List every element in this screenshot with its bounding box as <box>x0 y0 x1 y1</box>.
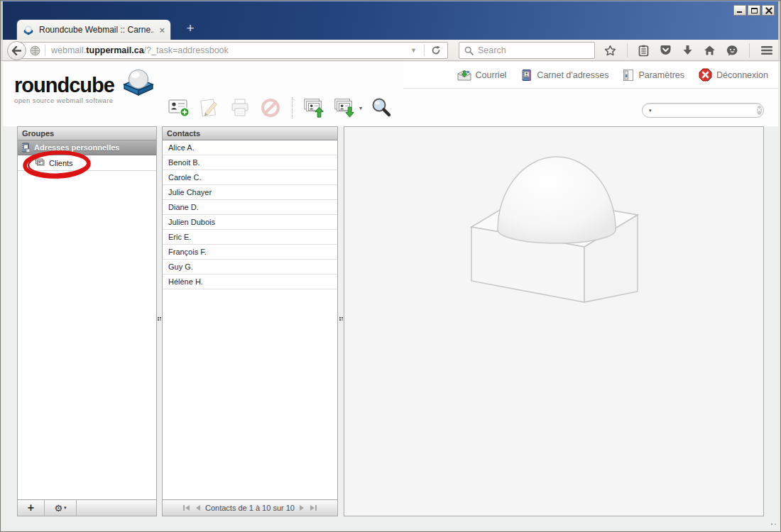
taskbar-mail-label: Courriel <box>476 70 507 80</box>
gear-icon: ⚙ <box>54 503 62 514</box>
url-separator <box>45 45 45 56</box>
browser-window: Roundcube Webmail :: Carne... × + webmai… <box>0 0 781 532</box>
export-contacts-button[interactable] <box>333 96 356 120</box>
url-bar[interactable]: webmail.tuppermail.ca/?_task=addressbook… <box>18 42 448 59</box>
contact-row[interactable]: Julie Chayer <box>163 185 337 200</box>
taskbar-settings[interactable]: Paramètres <box>623 69 684 82</box>
contact-row[interactable]: Hélène H. <box>163 275 337 289</box>
contact-row[interactable]: Benoit B. <box>163 155 337 170</box>
groups-options-button[interactable]: ⚙ ▾ <box>45 500 77 516</box>
close-button[interactable] <box>762 5 775 16</box>
export-dropdown-icon[interactable]: ▾ <box>359 105 362 111</box>
back-arrow-icon <box>11 46 22 55</box>
first-page-icon[interactable] <box>182 504 190 511</box>
pagination-text: Contacts de 1 à 10 sur 10 <box>205 504 295 512</box>
delete-contact-button[interactable] <box>259 96 282 120</box>
contacts-panel: Contacts Alice A. Benoit B. Carole C. Ju… <box>162 126 338 516</box>
page-resize-grip-icon[interactable] <box>771 523 772 525</box>
menu-hamburger-icon[interactable] <box>760 45 773 55</box>
contact-name: Eric E. <box>168 233 191 241</box>
logo-tagline: open source webmail software <box>14 96 157 104</box>
contact-name: Carole C. <box>168 173 201 182</box>
previous-page-icon[interactable] <box>195 504 201 511</box>
add-group-button[interactable]: + <box>18 500 45 516</box>
quick-search-clear-icon[interactable]: ✕ <box>757 106 763 115</box>
print-icon <box>229 98 251 118</box>
edit-contact-button[interactable] <box>198 96 221 120</box>
print-button[interactable] <box>229 96 251 120</box>
contact-row[interactable]: Guy G. <box>163 260 337 275</box>
logo-text: roundcube <box>14 74 114 96</box>
contacts-list: Alice A. Benoit B. Carole C. Julie Chaye… <box>163 140 337 289</box>
quick-search-input[interactable] <box>654 106 755 115</box>
advanced-search-button[interactable] <box>370 96 393 120</box>
splitter-grip-icon <box>158 317 159 318</box>
app-header: Courriel Carnet d'adresses <box>3 62 778 126</box>
contacts-panel-footer: Contacts de 1 à 10 sur 10 <box>163 499 337 516</box>
add-contact-button[interactable] <box>168 96 190 120</box>
navigation-toolbar: webmail.tuppermail.ca/?_task=addressbook… <box>1 40 780 61</box>
logo-cube-icon <box>120 66 157 96</box>
browser-search-bar[interactable] <box>459 42 595 59</box>
minimize-button[interactable] <box>733 5 746 16</box>
group-item-adresses-personnelles[interactable]: Adresses personnelles <box>18 140 156 155</box>
home-icon[interactable] <box>704 45 716 56</box>
group-item-clients[interactable]: Clients <box>18 155 156 171</box>
splitter-groups-contacts[interactable] <box>157 126 162 516</box>
pocket-icon[interactable] <box>660 45 672 56</box>
taskbar-mail[interactable]: Courriel <box>457 69 507 82</box>
quick-search-box[interactable]: ▾ ✕ <box>642 103 764 118</box>
contacts-toolbar: ▾ <box>168 96 393 120</box>
contact-row[interactable]: Alice A. <box>163 140 337 155</box>
quick-search-scope-icon[interactable]: ▾ <box>649 108 652 113</box>
hello-smiley-icon[interactable] <box>726 45 738 57</box>
bookmarks-menu-icon[interactable] <box>638 45 649 57</box>
tab-close-icon[interactable]: × <box>159 25 165 35</box>
url-dropdown-icon[interactable]: ▼ <box>403 47 424 54</box>
contact-row[interactable]: Julien Dubois <box>163 215 337 230</box>
gear-caret-icon: ▾ <box>64 505 67 511</box>
taskbar-addressbook-label: Carnet d'adresses <box>537 70 608 80</box>
bookmark-star-icon[interactable] <box>604 45 616 57</box>
minimize-icon <box>737 11 742 13</box>
favicon-roundcube-icon <box>23 25 34 35</box>
reload-icon <box>431 45 441 55</box>
browser-tab[interactable]: Roundcube Webmail :: Carne... × <box>16 19 171 40</box>
import-contacts-icon <box>302 97 325 118</box>
last-page-icon[interactable] <box>310 504 317 511</box>
group-item-label: Clients <box>49 159 73 167</box>
contact-row[interactable]: Eric E. <box>163 230 337 245</box>
downloads-icon[interactable] <box>682 45 693 56</box>
maximize-button[interactable] <box>748 5 760 16</box>
mail-icon <box>457 69 471 82</box>
import-contacts-button[interactable] <box>302 96 325 120</box>
taskbar-settings-label: Paramètres <box>638 70 684 80</box>
taskbar-addressbook[interactable]: Carnet d'adresses <box>520 69 608 82</box>
splitter-contacts-details[interactable] <box>339 126 344 516</box>
title-bar: Roundcube Webmail :: Carne... × + <box>1 1 780 40</box>
contact-row[interactable]: Diane D. <box>163 200 337 215</box>
taskbar-logout-label: Déconnexion <box>716 70 768 80</box>
groups-panel-header: Groupes <box>18 127 156 140</box>
delete-icon <box>260 97 281 118</box>
reload-button[interactable] <box>425 45 447 55</box>
advanced-search-icon <box>370 96 393 119</box>
contact-name: Julie Chayer <box>168 188 212 196</box>
splitter-grip-icon <box>339 317 341 318</box>
contact-name: Benoit B. <box>168 158 200 167</box>
next-page-icon[interactable] <box>299 504 305 511</box>
contact-details-panel <box>344 126 764 516</box>
logout-icon <box>699 68 712 82</box>
contact-row[interactable]: Carole C. <box>163 170 337 185</box>
new-tab-button[interactable]: + <box>180 20 201 38</box>
contact-name: Hélène H. <box>168 277 203 286</box>
back-button[interactable] <box>7 41 26 60</box>
browser-action-icons <box>604 40 773 61</box>
contact-row[interactable]: François F. <box>163 245 337 260</box>
roundcube-page: Courriel Carnet d'adresses <box>3 62 778 529</box>
taskbar-logout[interactable]: Déconnexion <box>699 68 768 82</box>
window-controls <box>733 5 775 16</box>
groups-panel: Groupes Adresses personnelles <box>17 126 157 516</box>
browser-search-input[interactable] <box>478 45 589 55</box>
contact-name: François F. <box>168 248 207 256</box>
